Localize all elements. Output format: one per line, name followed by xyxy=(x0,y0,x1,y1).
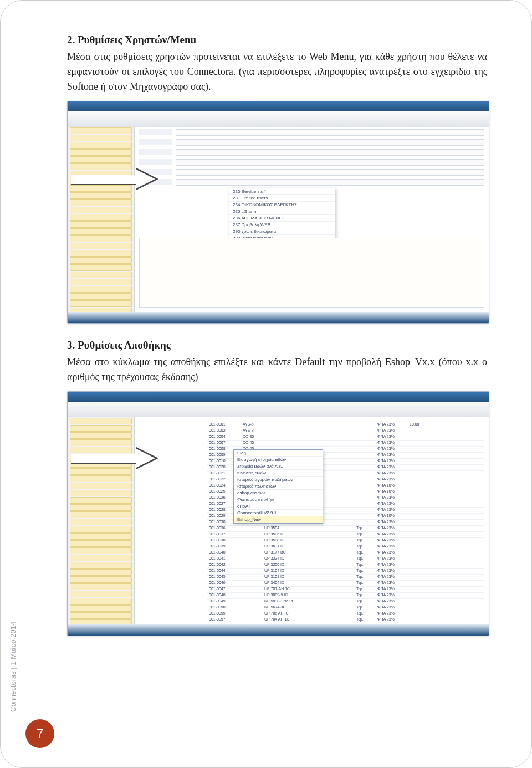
table-row[interactable]: 001-0049NE 5830-17M PEΤεμ.ΦΠΑ 23% xyxy=(207,599,484,605)
table-row[interactable]: 001-0002AYS-8ΦΠΑ 23% xyxy=(207,428,484,434)
screenshot-users-menu: 230 Service stuff231 Limited users234 ΟΙ… xyxy=(67,101,489,324)
field-kodikos[interactable] xyxy=(176,129,484,136)
section2-title: 2. Ρυθμίσεις Χρηστών/Menu xyxy=(67,34,487,46)
view-dropdown[interactable]: ΕίδηΕισαγωγή στοιχεία ειδώνΣτοιχεία ειδώ… xyxy=(233,449,323,524)
dropdown-option[interactable]: Κινήσεις ειδών xyxy=(234,470,323,477)
app-titlebar xyxy=(68,392,489,402)
app-body: 230 Service stuff231 Limited users234 ΟΙ… xyxy=(68,127,489,312)
dropdown-option[interactable]: Στοιχεία ειδών ανά Α.Κ. xyxy=(234,463,323,470)
form-area: 230 Service stuff231 Limited users234 ΟΙ… xyxy=(135,127,489,312)
table-row[interactable]: 001-0046UP 3404 ICΤεμ.ΦΠΑ 23% xyxy=(207,581,484,587)
dropdown-option[interactable]: 234 ΟΙΚΟΝΟΜΙΚΟΣ ΕΛΕΓΚΤΗΣ xyxy=(229,202,335,208)
table-row[interactable]: 001-0038UP 3508 ICΤεμ.ΦΠΑ 23% xyxy=(207,538,484,544)
section3-title: 3. Ρυθμίσεις Αποθήκης xyxy=(67,339,487,351)
dropdown-option[interactable]: ConnectorAll V2.9.1 xyxy=(234,510,323,516)
page-number-badge: 7 xyxy=(25,719,54,748)
table-row[interactable]: 001-0057UP 704 AH 1CΤεμ.ΦΠΑ 23% xyxy=(207,617,484,623)
table-row[interactable]: 001-0037UP 3506 ICΤεμ.ΦΠΑ 23% xyxy=(207,532,484,538)
pointer-arrow xyxy=(71,447,160,469)
field-password[interactable] xyxy=(176,149,484,156)
field-menu[interactable] xyxy=(176,179,484,186)
nav-tree[interactable] xyxy=(68,127,135,312)
table-row[interactable]: 001-0048UP 3089-9 ICΤεμ.ΦΠΑ 23% xyxy=(207,593,484,599)
dropdown-option[interactable]: 237 Προβολή WEB xyxy=(229,222,335,228)
permissions-grid[interactable] xyxy=(139,238,484,308)
table-row[interactable]: 001-0007CO 40ΦΠΑ 23% xyxy=(207,441,484,447)
field-email[interactable] xyxy=(176,169,484,176)
dropdown-option[interactable]: 236 ΑΠΟΜΑΚΡΥΣΜΕΝΕΣ xyxy=(229,215,335,222)
side-caption: Connectoras | 1 Μαΐου 2014 xyxy=(9,622,17,712)
dropdown-option[interactable]: 230 Service stuff xyxy=(229,188,335,195)
section3-paragraph: Μέσα στο κύκλωμα της αποθήκης επιλέξτε κ… xyxy=(67,355,487,385)
dropdown-option[interactable]: Είδη xyxy=(234,450,323,457)
dropdown-option[interactable]: eFixAll xyxy=(234,503,323,510)
app-titlebar xyxy=(68,101,489,111)
dropdown-option[interactable]: Φωτισμός αποθήκη xyxy=(234,496,323,503)
table-row[interactable]: 001-0039UP 3631 ICΤεμ.ΦΠΑ 23% xyxy=(207,544,484,550)
table-row[interactable]: 001-0040UP 3177 BCΤεμ.ΦΠΑ 23% xyxy=(207,550,484,556)
dropdown-option[interactable]: 231 Limited users xyxy=(229,195,335,202)
grid-area: 001-0001AYS-6ΦΠΑ 23%10,00001-0002AYS-8ΦΠ… xyxy=(135,417,489,624)
table-row[interactable]: 001-0041UP 3234 ICΤεμ.ΦΠΑ 23% xyxy=(207,556,484,562)
dropdown-option[interactable]: Ιστορικό αγορών-πωλήσεων xyxy=(234,477,323,483)
table-row[interactable]: 001-0044UP 3104 ICΤεμ.ΦΠΑ 23% xyxy=(207,569,484,575)
os-taskbar xyxy=(68,312,489,323)
dropdown-option[interactable]: eshop,cosmos xyxy=(234,490,323,496)
app-ribbon xyxy=(68,111,489,127)
dropdown-option[interactable]: 235 LG-crm xyxy=(229,208,335,215)
page: 2. Ρυθμίσεις Χρηστών/Menu Μέσα στις ρυθμ… xyxy=(0,0,532,768)
app-ribbon xyxy=(68,402,489,418)
field-epivev[interactable] xyxy=(176,159,484,166)
table-row[interactable]: 001-0036UP 3504 …Τεμ.ΦΠΑ 23% xyxy=(207,526,484,532)
screenshot-warehouse: 001-0001AYS-6ΦΠΑ 23%10,00001-0002AYS-8ΦΠ… xyxy=(67,391,489,636)
table-row[interactable]: 001-0045UP 3108 ICΤεμ.ΦΠΑ 23% xyxy=(207,575,484,581)
pointer-arrow xyxy=(71,168,160,190)
os-taskbar xyxy=(68,624,489,636)
dropdown-option[interactable]: Ιστορικό πωλήσεων xyxy=(234,483,323,490)
table-row[interactable]: 001-0050NE 5674-3CΤεμ.ΦΠΑ 23% xyxy=(207,605,484,611)
dropdown-option[interactable]: Εισαγωγή στοιχεία ειδών xyxy=(234,457,323,463)
dropdown-option[interactable]: 290 χρωίς δικαίωματα xyxy=(229,228,335,235)
dropdown-option[interactable]: Eshop_New xyxy=(234,516,323,523)
section2-paragraph: Μέσα στις ρυθμίσεις χρηστών προτείνεται … xyxy=(67,49,487,94)
field-onoma[interactable] xyxy=(176,139,484,146)
table-row[interactable]: 001-0055UP 706 AH ICΤεμ.ΦΠΑ 23% xyxy=(207,611,484,617)
table-row[interactable]: 001-0001AYS-6ΦΠΑ 23%10,00 xyxy=(207,422,484,428)
table-row[interactable]: 001-0042UP 3200 ICΤεμ.ΦΠΑ 23% xyxy=(207,562,484,569)
table-row[interactable]: 001-0004CO 30ΦΠΑ 23% xyxy=(207,434,484,441)
table-row[interactable]: 001-0047UP 701-AH 1CΤεμ.ΦΠΑ 23% xyxy=(207,587,484,593)
